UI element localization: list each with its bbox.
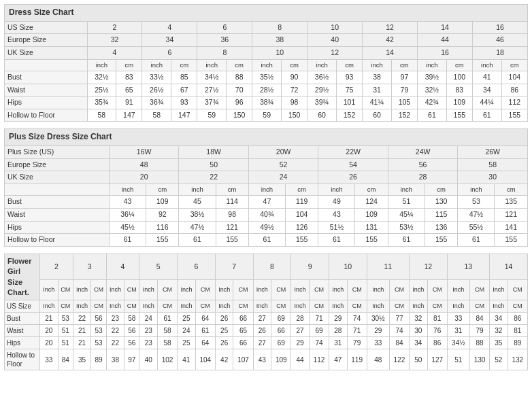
plus-size-chart: Plus Size Dress Size Chart Plus Size (US… (4, 128, 528, 246)
table-row: Hips205121532256235825642666276929743179… (5, 337, 528, 349)
table-row: Hips 45½116 47½121 49½126 51½131 53½136 … (5, 221, 528, 234)
table-row: Hollow to Floor3384358938974010241104421… (5, 349, 528, 370)
dress-size-chart-title: Dress Size Chart (5, 5, 528, 22)
page-wrapper: Dress Size Chart US Size 2 4 6 8 10 12 1… (0, 0, 532, 381)
table-row: Bust215322562358246125642666276928712974… (5, 313, 528, 325)
us-size-label: US Size (5, 21, 88, 34)
table-row: Hollow to Floor 58147 58147 59150 59150 … (5, 109, 528, 122)
table-row: Hips 35¾91 36¾93 37¾96 38¾98 39¾101 41¼1… (5, 97, 528, 109)
flower-girl-chart: Flower GirlSize Chart.234567891011121314… (4, 254, 528, 371)
europe-size-label: Europe Size (5, 34, 88, 47)
uk-size-label: UK Size (5, 46, 88, 59)
table-row: Bust 32½83 33½85 34½88 35½90 36½93 3897 … (5, 71, 528, 84)
table-row: Waist20512153225623582461256526662769287… (5, 325, 528, 337)
table-row: Waist 36¼92 38½98 40¾104 43109 45¼115 47… (5, 208, 528, 221)
table-row: Waist 25½65 26½67 27½70 28½72 29½75 3179… (5, 84, 528, 97)
table-row: Bust 43109 45114 47119 49124 51130 53135 (5, 196, 528, 209)
flower-girl-section-title: Flower GirlSize Chart. (5, 254, 40, 300)
dress-size-chart: Dress Size Chart US Size 2 4 6 8 10 12 1… (4, 4, 528, 122)
plus-size-chart-title: Plus Size Dress Size Chart (5, 129, 528, 146)
table-row: Hollow to Floor 61155 61155 61155 61155 … (5, 234, 528, 247)
